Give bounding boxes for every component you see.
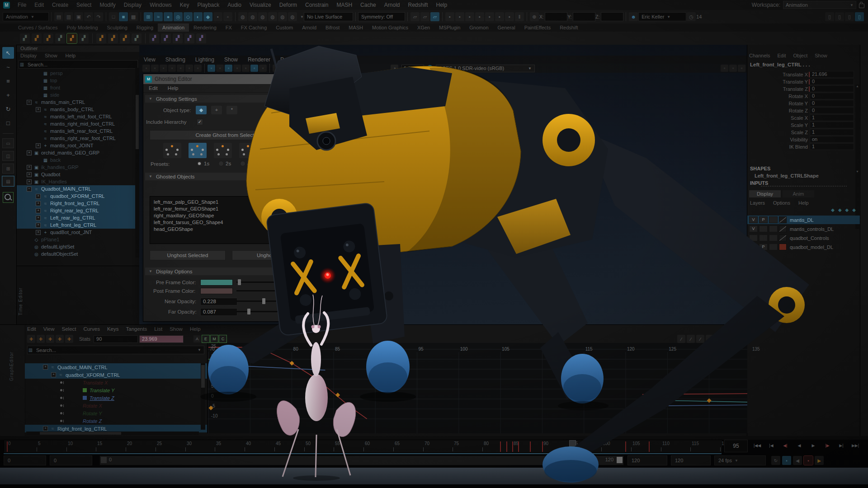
- viewcube-icon[interactable]: ▫: [738, 65, 745, 72]
- channel-value-field[interactable]: 0: [810, 100, 854, 107]
- move-layer-down-icon[interactable]: ◆: [838, 207, 842, 212]
- lasso-tool-icon[interactable]: ~: [2, 61, 14, 73]
- channel-value-field[interactable]: 0: [810, 78, 854, 85]
- minimize-icon[interactable]: ─: [283, 76, 293, 82]
- outliner-item[interactable]: ++mantis_root_JOINT: [17, 142, 140, 149]
- mesh-type-icon[interactable]: ◆: [196, 106, 207, 114]
- layer-visibility-toggle[interactable]: V: [749, 244, 758, 250]
- anim-snapshot-icon[interactable]: ▞: [79, 33, 89, 43]
- tangent-button-a[interactable]: A: [193, 335, 201, 343]
- graph-channel-label[interactable]: Translate Z: [90, 395, 114, 401]
- layer-menu-layers[interactable]: Layers: [750, 200, 765, 206]
- coord-x-field[interactable]: [545, 12, 567, 21]
- graph-tree-item[interactable]: Translate Z: [25, 394, 207, 402]
- graph-menu-keys[interactable]: Keys: [107, 326, 119, 332]
- snap-curve-icon[interactable]: ≈: [154, 12, 163, 21]
- tab-graph-editor[interactable]: GraphEditor: [9, 331, 14, 381]
- post-frame-slider[interactable]: [236, 290, 307, 291]
- outliner-scrollbar[interactable]: [135, 68, 139, 258]
- panel-splitter-handle[interactable]: [761, 186, 847, 187]
- layer-color-swatch[interactable]: [779, 235, 787, 241]
- expand-toggle-icon[interactable]: +: [36, 208, 41, 213]
- layer-from-selected-icon[interactable]: ◆: [852, 207, 856, 212]
- graph-tree-item[interactable]: Rotate X: [25, 402, 207, 409]
- colorspace-toggle[interactable]: on: [427, 65, 433, 71]
- outliner-item[interactable]: −≈mantis_main_CTRL: [17, 99, 140, 106]
- anim-layers-icon[interactable]: ◍: [288, 12, 297, 21]
- shelf-tab-painteffects[interactable]: PaintEffects: [520, 23, 556, 32]
- outliner-item[interactable]: +≈Right_rear_leg_CTRL: [17, 207, 140, 214]
- ghost-before-after-icon[interactable]: [163, 143, 181, 158]
- step-back-frame-icon[interactable]: |◀: [764, 441, 778, 450]
- single-pane-layout-icon[interactable]: ▭: [2, 138, 14, 148]
- expand-toggle-icon[interactable]: +: [36, 107, 41, 112]
- highlight-selection-icon[interactable]: ▫: [223, 12, 232, 21]
- near-opacity-slider-handle[interactable]: [262, 298, 265, 304]
- image-plane-icon[interactable]: ▫: [177, 65, 184, 72]
- pan-zoom-icon[interactable]: ▫: [185, 65, 193, 72]
- isolate-select-icon[interactable]: ▫: [341, 65, 349, 72]
- far-opacity-slider-handle[interactable]: [247, 309, 250, 314]
- ghost-selected-icon[interactable]: ▞: [67, 33, 77, 43]
- input-connections-icon[interactable]: ◍: [238, 12, 247, 21]
- lights-icon[interactable]: ▫: [298, 65, 306, 72]
- linear-tangent-icon[interactable]: ∕: [706, 335, 714, 343]
- camera-lock-icon[interactable]: ▫: [151, 65, 159, 72]
- set-scale-key-icon[interactable]: ▞: [120, 33, 130, 43]
- region-tool-icon[interactable]: ✚: [56, 335, 64, 343]
- wireframe-icon[interactable]: ▫: [273, 65, 280, 72]
- filter-icon[interactable]: ▥: [19, 62, 25, 67]
- coord-y-field[interactable]: [573, 12, 595, 21]
- motion-blur-icon[interactable]: ▫: [324, 65, 332, 72]
- ghost-menu-help[interactable]: Help: [168, 85, 179, 91]
- ghosting-editor-titlebar[interactable]: M Ghosting Editor ─ ☐ ✕: [143, 74, 313, 84]
- camera-attributes-icon[interactable]: ▫: [160, 65, 167, 72]
- layer-tab-anim[interactable]: Anim: [783, 190, 814, 197]
- layer-row[interactable]: quadbot_Controls: [747, 234, 860, 242]
- channel-box-menu-edit[interactable]: Edit: [777, 53, 786, 58]
- viewport-menu-lighting[interactable]: Lighting: [195, 56, 214, 63]
- tangent-button-m[interactable]: M: [211, 335, 218, 343]
- ghosted-objects-list[interactable]: left_max_palp_GEO_Shape1left_rear_femur_…: [150, 196, 307, 244]
- select-hierarchy-icon[interactable]: □: [109, 12, 118, 21]
- channel-box-toggle-icon[interactable]: ▯: [845, 12, 854, 21]
- turntable-icon[interactable]: ▞: [55, 33, 65, 43]
- four-pane-layout-icon[interactable]: ⊞: [2, 164, 14, 174]
- workspace-dropdown[interactable]: Animation ▼: [783, 1, 856, 9]
- menu-item-select[interactable]: Select: [72, 0, 95, 10]
- ghosted-object[interactable]: right_maxillary_GEOShape: [154, 212, 303, 219]
- graph-channel-label[interactable]: Rotate Y: [83, 411, 102, 416]
- move-nearest-key-icon[interactable]: ✚: [27, 335, 35, 343]
- shelf-tab-animation[interactable]: Animation: [158, 23, 189, 32]
- attribute-editor-toggle-icon[interactable]: ▯: [825, 12, 834, 21]
- shelf-tab-redshift[interactable]: Redshift: [555, 23, 582, 32]
- parent-constraint-icon[interactable]: ▞: [149, 33, 159, 43]
- xray-icon[interactable]: ▫: [333, 65, 340, 72]
- menu-item-create[interactable]: Create: [48, 0, 72, 10]
- outliner-menu-display[interactable]: Display: [20, 53, 37, 58]
- anim-preferences-icon[interactable]: ▶: [815, 456, 824, 465]
- far-opacity-field[interactable]: 0.087: [200, 308, 237, 316]
- menu-item-edit[interactable]: Edit: [30, 0, 48, 10]
- volume-icon[interactable]: ◀: [793, 456, 802, 465]
- ortho-toggle-icon[interactable]: ▫: [729, 65, 737, 72]
- graph-tree-item[interactable]: Translate Y: [25, 386, 207, 394]
- modeling-toolkit-toggle-icon[interactable]: ▯: [855, 12, 864, 21]
- open-prev-scene-icon[interactable]: ▱: [410, 12, 420, 21]
- select-object-icon[interactable]: ■: [119, 12, 128, 21]
- menu-item-constrain[interactable]: Constrain: [301, 0, 332, 10]
- expand-toggle-icon[interactable]: +: [27, 165, 32, 170]
- graph-menu-edit[interactable]: Edit: [27, 326, 36, 332]
- expand-toggle-icon[interactable]: +: [36, 194, 41, 199]
- layer-visibility-toggle[interactable]: V: [749, 216, 758, 223]
- shelf-tab-arnold[interactable]: Arnold: [297, 23, 321, 32]
- shelf-tab-poly-modeling[interactable]: Poly Modeling: [62, 23, 102, 32]
- lock-selection-icon[interactable]: ▪: [213, 12, 222, 21]
- graph-tree-scrollbar[interactable]: [201, 363, 205, 430]
- move-layer-up-icon[interactable]: ◆: [831, 207, 835, 212]
- include-hierarchy-checkbox[interactable]: ✓: [197, 119, 203, 125]
- shelf-tab-xgen[interactable]: XGen: [413, 23, 434, 32]
- stats-frame-field[interactable]: 90: [94, 335, 138, 343]
- shape-name[interactable]: Left_front_leg_CTRLShape: [755, 173, 819, 178]
- hypershade-icon[interactable]: ▪: [485, 12, 494, 21]
